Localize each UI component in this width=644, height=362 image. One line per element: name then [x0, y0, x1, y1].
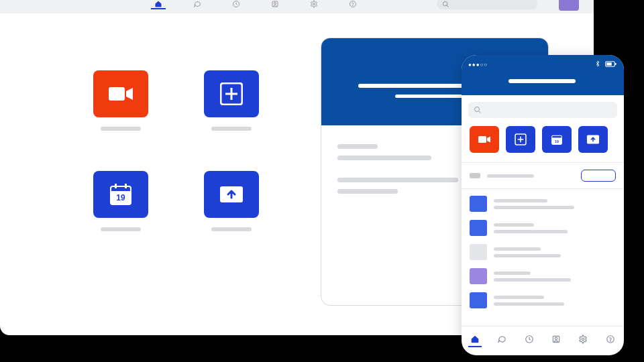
svg-point-19 — [475, 107, 480, 112]
card-text-line — [337, 144, 378, 149]
card-text-line — [337, 178, 458, 182]
calendar-icon: 19 — [108, 182, 133, 207]
help-icon — [605, 335, 616, 344]
svg-point-32 — [610, 341, 611, 342]
plus-icon — [515, 133, 527, 145]
phone-search-input[interactable] — [468, 102, 617, 118]
item-thumbnail — [470, 268, 487, 284]
bluetooth-icon — [594, 60, 601, 67]
item-line — [494, 223, 534, 227]
new-meeting-button[interactable] — [93, 70, 148, 117]
action-tiles: 19 — [91, 70, 262, 231]
tile-label — [101, 127, 141, 131]
tile-label — [211, 127, 252, 131]
svg-rect-20 — [478, 136, 486, 143]
share-button[interactable] — [204, 171, 259, 218]
upload-icon — [218, 184, 245, 204]
item-line — [494, 254, 561, 257]
tab-clock[interactable] — [523, 335, 536, 347]
phone-share-button[interactable] — [578, 126, 608, 153]
phone-new-meeting-button[interactable] — [470, 126, 499, 153]
tab-chat[interactable] — [495, 335, 508, 347]
tab-home[interactable] — [468, 335, 482, 347]
section-icon — [470, 173, 480, 178]
tile-new-meeting — [91, 70, 151, 131]
phone-join-button[interactable] — [506, 126, 535, 153]
card-text-line — [337, 156, 431, 160]
search-input[interactable] — [437, 0, 537, 9]
item-thumbnail — [470, 220, 487, 236]
phone-list[interactable] — [462, 192, 624, 326]
svg-rect-10 — [111, 186, 131, 191]
tile-label — [211, 227, 252, 231]
svg-point-3 — [313, 3, 315, 5]
divider — [462, 188, 624, 189]
calendar-icon: 19 — [550, 133, 564, 146]
list-item[interactable] — [470, 244, 616, 260]
item-line — [494, 302, 564, 306]
svg-text:19: 19 — [555, 139, 559, 143]
nav-chat[interactable] — [190, 0, 205, 9]
video-icon — [478, 135, 491, 144]
card-subtitle-line — [395, 95, 469, 98]
phone-mockup: ●●●○○ 19 — [462, 55, 624, 355]
item-thumbnail — [470, 244, 487, 260]
svg-point-5 — [353, 5, 354, 6]
phone-schedule-button[interactable]: 19 — [542, 126, 572, 153]
nav-home[interactable] — [151, 0, 166, 9]
section-label — [487, 174, 534, 178]
svg-rect-12 — [115, 184, 117, 188]
plus-icon — [220, 82, 243, 105]
section-action-button[interactable] — [581, 170, 616, 182]
item-line — [494, 272, 531, 275]
tab-settings[interactable] — [576, 335, 590, 347]
list-item[interactable] — [470, 268, 616, 284]
avatar[interactable] — [559, 0, 579, 11]
list-item[interactable] — [470, 292, 616, 308]
home-icon — [470, 335, 480, 344]
phone-section-header — [462, 166, 624, 186]
tile-share — [201, 171, 262, 231]
tile-schedule: 19 — [91, 171, 151, 231]
tile-join — [201, 70, 262, 131]
clock-icon — [524, 335, 535, 344]
chat-icon — [496, 335, 507, 344]
svg-point-6 — [443, 1, 447, 5]
item-line — [494, 278, 571, 282]
phone-statusbar: ●●●○○ — [462, 55, 624, 95]
item-line — [494, 296, 544, 299]
desktop-topbar — [0, 0, 594, 13]
nav-help[interactable] — [345, 0, 360, 9]
nav-settings[interactable] — [307, 0, 321, 9]
item-line — [494, 230, 568, 233]
svg-point-29 — [555, 337, 557, 340]
search-icon — [442, 1, 449, 8]
gear-icon — [578, 335, 588, 344]
item-thumbnail — [470, 292, 487, 308]
svg-text:19: 19 — [116, 193, 125, 202]
item-line — [494, 247, 541, 251]
list-item[interactable] — [470, 220, 616, 236]
nav-clock[interactable] — [229, 0, 244, 9]
contacts-icon — [551, 335, 561, 344]
tile-label — [101, 227, 141, 231]
tab-help[interactable] — [604, 335, 617, 347]
carrier-signal: ●●●○○ — [468, 62, 488, 68]
phone-title — [508, 79, 576, 83]
tab-contacts[interactable] — [549, 335, 563, 347]
svg-rect-7 — [109, 87, 125, 101]
join-button[interactable] — [204, 70, 259, 117]
svg-rect-13 — [125, 184, 127, 188]
upload-icon — [586, 134, 600, 145]
svg-point-2 — [274, 3, 276, 5]
svg-rect-17 — [615, 63, 616, 65]
phone-action-tiles: 19 — [462, 123, 624, 160]
schedule-button[interactable]: 19 — [93, 171, 148, 218]
card-text-line — [337, 189, 398, 194]
svg-rect-18 — [606, 62, 612, 66]
divider — [462, 162, 624, 163]
list-item[interactable] — [470, 196, 616, 212]
phone-tabbar — [462, 326, 624, 355]
item-line — [494, 206, 574, 209]
nav-contacts[interactable] — [268, 0, 282, 9]
